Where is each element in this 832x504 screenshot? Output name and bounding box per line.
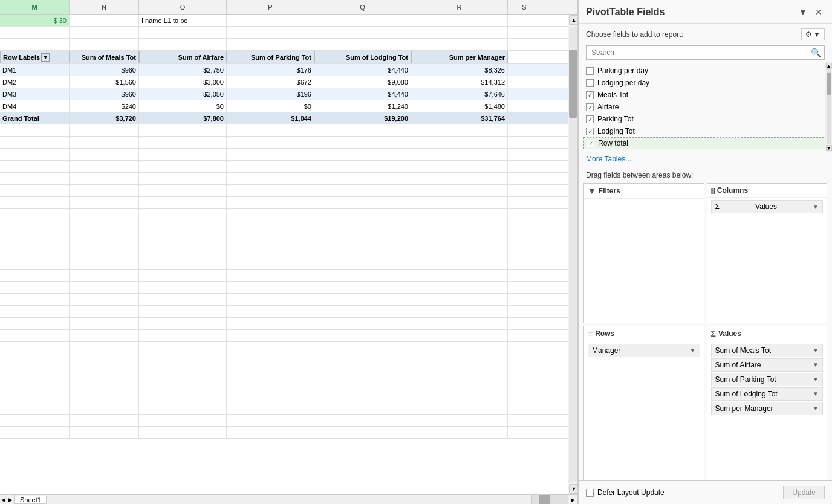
- table-row: [0, 378, 568, 390]
- bottom-controls: Defer Layout Update Update: [579, 480, 832, 504]
- field-checkbox-meals-tot[interactable]: ✓: [586, 91, 594, 99]
- cell-dm1-airfare: $2,750: [139, 64, 227, 76]
- values-parking-arrow: ▼: [813, 376, 819, 383]
- fields-scroll-track: [827, 69, 831, 144]
- pivot-col-labels[interactable]: Row Labels ▼: [0, 51, 70, 63]
- grand-total-row: Grand Total $3,720 $7,800 $1,044 $19,200…: [0, 112, 568, 124]
- grid-content: $ 30 I name L1 to be: [0, 15, 568, 494]
- defer-label: Defer Layout Update: [597, 488, 665, 497]
- table-row: [0, 197, 568, 209]
- table-row: [0, 354, 568, 366]
- table-row: $ 30 I name L1 to be: [0, 15, 568, 27]
- values-lodging-tag[interactable]: Sum of Lodging Tot ▼: [711, 387, 824, 401]
- cell-n2: [70, 27, 139, 38]
- cell-dm3-airfare: $2,050: [139, 88, 227, 100]
- cell-o2: [139, 27, 227, 38]
- cell-p1: [227, 15, 314, 26]
- cell-o3: [139, 39, 227, 50]
- gear-settings-button[interactable]: ⚙ ▼: [801, 28, 825, 40]
- field-item-lodging-per-day[interactable]: Lodging per day: [586, 77, 825, 89]
- values-manager-arrow: ▼: [813, 405, 819, 412]
- fields-scroll-up[interactable]: ▲: [826, 63, 832, 69]
- table-row: [0, 209, 568, 221]
- values-airfare-tag[interactable]: Sum of Airfare ▼: [711, 358, 824, 372]
- panel-close-button[interactable]: ✕: [813, 6, 825, 18]
- table-row: [0, 330, 568, 342]
- field-checkbox-lodging-per-day[interactable]: [586, 79, 594, 87]
- empty-rows: [0, 124, 568, 494]
- values-manager-tag[interactable]: Sum per Manager ▼: [711, 402, 824, 415]
- fields-scrollbar[interactable]: ▲ ▼: [825, 62, 832, 152]
- field-item-parking-per-day[interactable]: Parking per day: [586, 65, 825, 77]
- field-checkbox-lodging-tot[interactable]: ✓: [586, 128, 594, 135]
- sheet-tab[interactable]: Sheet1: [15, 496, 47, 504]
- panel-dropdown-button[interactable]: ▼: [797, 6, 809, 18]
- table-row: [0, 257, 568, 270]
- cell-dm3-total: $7,646: [411, 88, 508, 100]
- field-item-lodging-tot[interactable]: ✓ Lodging Tot: [586, 125, 825, 137]
- rows-area-header: ≡ Rows: [584, 326, 704, 341]
- columns-area-header: ||| Columns: [707, 184, 827, 198]
- filter-button[interactable]: ▼: [41, 53, 50, 62]
- gear-dropdown-arrow: ▼: [813, 30, 821, 39]
- pivot-col-extra: [508, 51, 541, 63]
- rows-manager-tag[interactable]: Manager ▼: [588, 344, 700, 357]
- vertical-scrollbar[interactable]: ▲ ▼: [568, 15, 577, 494]
- field-checkbox-row-total[interactable]: ✓: [587, 140, 594, 147]
- values-meals-tag[interactable]: Sum of Meals Tot ▼: [711, 344, 824, 357]
- cell-dm2-total: $14,312: [411, 76, 508, 88]
- update-button[interactable]: Update: [783, 486, 825, 499]
- table-row: [0, 390, 568, 402]
- cell-dm2-meals: $1,560: [70, 76, 139, 88]
- filters-icon: ▼: [588, 186, 596, 196]
- cell-dm3-label: DM3: [0, 88, 70, 100]
- field-item-row-total[interactable]: ✓ Row total: [583, 137, 827, 149]
- cell-q2: [314, 27, 411, 38]
- cell-dm4-meals: $240: [70, 100, 139, 112]
- cell-dm1-extra: [508, 64, 541, 76]
- scroll-down-button[interactable]: ▼: [569, 484, 577, 494]
- values-area: Σ Values Sum of Meals Tot ▼ Sum of Airfa…: [707, 326, 828, 481]
- cell-dollar[interactable]: $ 30: [0, 15, 70, 26]
- cell-q1: [314, 15, 411, 26]
- cell-dm3-extra: [508, 88, 541, 100]
- cell-dm4-airfare: $0: [139, 100, 227, 112]
- more-tables-link[interactable]: More Tables...: [579, 152, 832, 166]
- scroll-right-button[interactable]: ▶: [568, 495, 577, 504]
- scroll-up-button[interactable]: ▲: [569, 15, 577, 25]
- table-row: [0, 366, 568, 378]
- field-item-parking-tot[interactable]: ✓ Parking Tot: [586, 113, 825, 125]
- sheet-nav-left[interactable]: ◀: [0, 495, 7, 504]
- cell-dm4-label: DM4: [0, 100, 70, 112]
- columns-values-tag[interactable]: Σ Values ▼: [711, 200, 824, 213]
- field-checkbox-airfare[interactable]: ✓: [586, 103, 594, 111]
- cell-dm3-meals: $960: [70, 88, 139, 100]
- horizontal-scrollbar[interactable]: [531, 495, 568, 504]
- field-checkbox-parking-tot[interactable]: ✓: [586, 115, 594, 123]
- table-row: [0, 306, 568, 318]
- pivot-col-manager: Sum per Manager: [411, 51, 508, 63]
- pivot-row-dm2: DM2 $1,560 $3,000 $672 $9,080 $14,312: [0, 76, 568, 88]
- fields-scroll-down[interactable]: ▼: [826, 145, 832, 151]
- search-input[interactable]: [586, 45, 825, 60]
- pivot-row-dm4: DM4 $240 $0 $0 $1,240 $1,480: [0, 100, 568, 112]
- drag-instruction: Drag fields between areas below:: [579, 166, 832, 183]
- cell-r1: [411, 15, 508, 26]
- cell-dm3-parking: $196: [227, 88, 314, 100]
- values-parking-tag[interactable]: Sum of Parking Tot ▼: [711, 373, 824, 386]
- sheet-nav-right[interactable]: ▶: [7, 495, 15, 504]
- field-item-airfare[interactable]: ✓ Airfare: [586, 101, 825, 113]
- sigma-icon-col: Σ: [715, 202, 720, 211]
- rows-area: ≡ Rows Manager ▼: [583, 326, 704, 481]
- cell-dollar-sign: $: [54, 17, 57, 24]
- cell-s3: [508, 39, 541, 50]
- field-label-meals-tot: Meals Tot: [597, 91, 628, 99]
- filters-area: ▼ Filters: [583, 183, 704, 323]
- field-item-meals-tot[interactable]: ✓ Meals Tot: [586, 89, 825, 101]
- field-label-row-total: Row total: [598, 139, 628, 147]
- defer-checkbox[interactable]: [586, 489, 594, 497]
- col-header-r: R: [411, 0, 508, 14]
- values-airfare-label: Sum of Airfare: [715, 361, 761, 369]
- field-checkbox-parking-per-day[interactable]: [586, 67, 594, 75]
- col-header-s: S: [508, 0, 541, 14]
